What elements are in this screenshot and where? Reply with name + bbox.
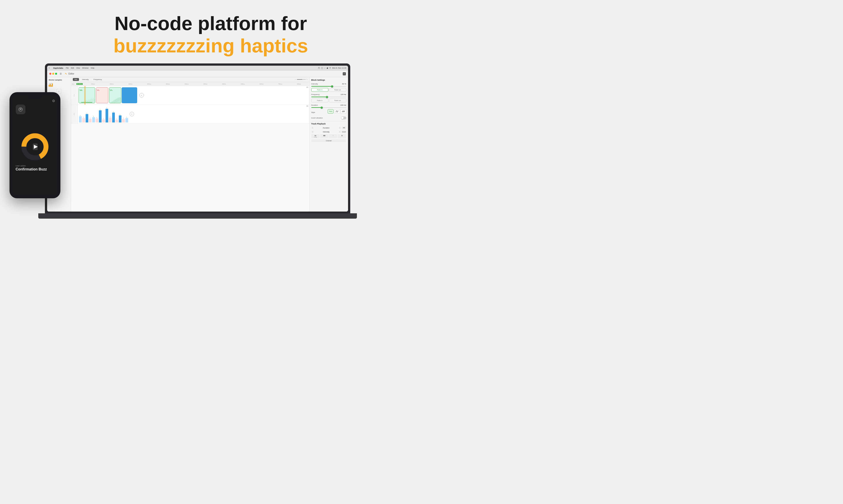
menu-items[interactable]: File Edit View Window Help (66, 67, 94, 69)
intensity-button[interactable]: Intensity (80, 78, 90, 81)
tick-800: 800ms (297, 83, 301, 85)
add-block-btn-2[interactable]: + (130, 112, 134, 116)
channel-cell[interactable]: Channel (311, 139, 346, 142)
app-toolbar: ☰ ∿ Editor D (47, 71, 348, 77)
menu-help[interactable]: Help (91, 67, 94, 69)
block-col-11[interactable]: ∿ (112, 111, 115, 123)
block-col-2[interactable]: ∿ (82, 116, 85, 123)
right-panel: Block Settings Intensity 60 % (309, 77, 348, 212)
menu-window[interactable]: Window (82, 67, 88, 69)
apple-icon:  (49, 67, 50, 69)
wifi-icon: ◕ (327, 67, 328, 69)
block-col-7[interactable]: ∿ (99, 109, 102, 123)
hero-line2: buzzzzzzzing haptics (114, 35, 308, 57)
zoom-minus[interactable]: — (295, 79, 296, 80)
intensity-slider[interactable] (311, 86, 346, 87)
pb-duration-label: Duration (315, 127, 338, 129)
invert-toggle[interactable] (341, 116, 346, 119)
app-name: Hapticlabs (53, 67, 63, 69)
block-col-9[interactable]: ∿ (105, 107, 108, 123)
block-col-3[interactable]: ∿ (86, 112, 88, 123)
track-label-2: A B (71, 105, 78, 123)
menu-view[interactable]: View (76, 67, 80, 69)
waveform-bars (49, 83, 53, 87)
block-col-14[interactable]: ∿ (122, 117, 125, 123)
close-dot[interactable] (49, 73, 51, 75)
gear-icon[interactable]: ⚙ (52, 99, 55, 103)
style-square-btn[interactable] (334, 109, 340, 114)
freq-fade-out-btn[interactable]: Fade out (329, 98, 346, 102)
ab-cell[interactable]: AB (320, 134, 329, 138)
hamburger-icon[interactable]: ☰ (60, 72, 62, 75)
style-sawtooth-btn[interactable] (341, 109, 346, 114)
block-col-8[interactable]: ∿ (102, 118, 105, 123)
add-block-btn-1[interactable]: + (139, 93, 144, 97)
block-col-1[interactable]: ∿ (79, 114, 82, 123)
pb-invert-label: Invert (342, 130, 346, 133)
style-buttons (328, 109, 346, 114)
tick-700: 700ms (278, 83, 282, 85)
svg-point-0 (20, 109, 21, 110)
track-area: Mix Intensity Frequency — + (71, 77, 309, 212)
style-sine-btn[interactable] (328, 109, 333, 114)
search-icon[interactable]: ⚲ (329, 67, 331, 69)
pb-intensity-prev[interactable]: ‹ (311, 130, 314, 133)
block-pink-1[interactable] (96, 87, 108, 103)
playback-grid: 1x Loop AB ↑ S (311, 134, 346, 138)
phone-screen: ⚙ User action (12, 95, 58, 196)
track-ab-label-2: AB (306, 105, 308, 107)
loop-cell[interactable]: 1x Loop (311, 134, 320, 138)
svg-marker-7 (109, 97, 121, 103)
mix-button[interactable]: Mix (73, 78, 79, 81)
track-label-1: A B (71, 86, 78, 105)
zoom-slider[interactable]: — + (295, 79, 307, 80)
laptop-screen:  Hapticlabs File Edit View Window Help … (47, 66, 348, 212)
intensity-label: Intensity (311, 83, 318, 85)
laptop-base (38, 213, 357, 219)
freq-fade-in-btn[interactable]: Fade in (311, 98, 329, 102)
phone-device: ⚙ User action (10, 92, 61, 198)
frequency-button[interactable]: Frequency (92, 78, 104, 81)
block-blue-1[interactable] (122, 87, 137, 103)
frequency-row: Frequency 120 Hz (311, 93, 346, 95)
pb-duration-prev[interactable]: ‹ (311, 126, 314, 129)
window-controls[interactable] (49, 73, 57, 75)
fade-in-btn[interactable]: Fade in (311, 88, 329, 92)
frequency-slider[interactable] (311, 96, 346, 97)
track-row-1: A B (71, 86, 309, 105)
channel-label: Channel (326, 140, 331, 142)
zoom-plus[interactable]: + (307, 79, 307, 80)
maximize-dot[interactable] (55, 73, 57, 75)
block-group-1[interactable] (109, 87, 137, 103)
selected-time: 55.40ms (76, 83, 83, 85)
block-green-1[interactable] (79, 87, 95, 103)
sidebar-item-waveform[interactable] (48, 82, 70, 88)
track-canvas-2[interactable]: ∿ ∿ ∿ (78, 105, 309, 123)
menu-file[interactable]: File (66, 67, 69, 69)
block-col-6[interactable]: ∿ (96, 117, 98, 123)
block-col-4[interactable]: ∿ (89, 117, 91, 123)
track-canvas-1[interactable]: + AB (78, 86, 309, 105)
track-playback-title: Track Playback (311, 123, 346, 125)
clock-icon: ◯ (321, 67, 323, 69)
minimize-dot[interactable] (52, 73, 54, 75)
up-cell[interactable]: ↑ (329, 134, 338, 138)
frequency-value: 120 Hz (341, 93, 346, 95)
block-col-5[interactable]: ∿ (92, 115, 95, 123)
tick-200: 200ms (128, 83, 132, 85)
pb-duration-icon[interactable] (342, 126, 346, 129)
pb-intensity-next[interactable]: › (339, 130, 341, 133)
toolbar-action-btn[interactable]: D (343, 72, 346, 75)
block-col-10[interactable]: ∿ (109, 116, 111, 123)
block-col-15[interactable]: ∿ (125, 116, 128, 123)
app-logo: ∿ (65, 72, 67, 75)
menu-edit[interactable]: Edit (71, 67, 74, 69)
menubar-right: ⋂ ◯ ♪ ◕ ⚲ Mon 8. Nov 11:19 (318, 67, 346, 69)
s-cell[interactable]: S (338, 134, 346, 138)
block-green-2[interactable] (109, 87, 121, 103)
block-col-12[interactable]: ∿ (116, 118, 118, 123)
fade-out-btn[interactable]: Fade out (329, 88, 346, 92)
pb-duration-next[interactable]: › (339, 126, 341, 129)
duration-slider[interactable] (311, 107, 346, 108)
block-col-13[interactable]: ∿ (119, 114, 121, 123)
